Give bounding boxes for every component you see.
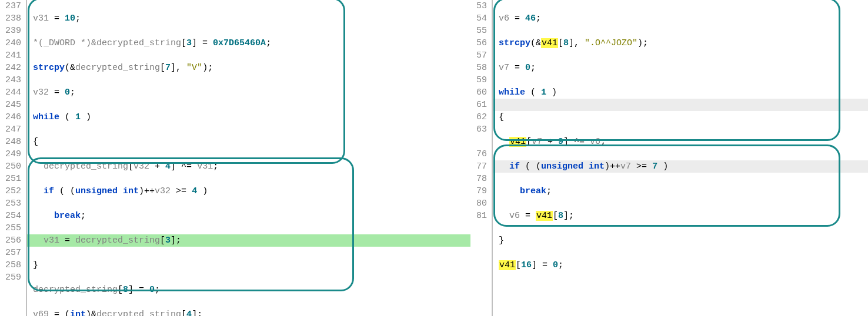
right-code[interactable]: v6 = 46; strcpy(&v41[8], ".O^^JOZO"); v7… <box>493 0 668 316</box>
line-number: 80 <box>470 197 487 210</box>
line-number: 259 <box>0 271 21 284</box>
line-number: 59 <box>470 74 487 86</box>
code-line: break; <box>499 185 668 197</box>
code-line: while ( 1 ) <box>33 111 330 123</box>
code-panels: 2372382392402412422432442452462472482492… <box>0 0 868 316</box>
line-number: 56 <box>470 37 487 49</box>
right-code-area[interactable]: 5354555657585960616263767778798081 v6 = … <box>470 0 868 316</box>
right-panel: 5354555657585960616263767778798081 v6 = … <box>470 0 868 316</box>
line-number: 254 <box>0 210 21 222</box>
line-number: 255 <box>0 222 21 234</box>
line-number: 53 <box>470 0 487 12</box>
left-gutter: 2372382392402412422432442452462472482492… <box>0 0 26 316</box>
left-code-area[interactable]: 2372382392402412422432442452462472482492… <box>0 0 470 316</box>
line-number <box>470 136 487 148</box>
line-number: 60 <box>470 86 487 99</box>
line-number: 248 <box>0 136 21 148</box>
code-gap <box>499 296 668 308</box>
code-line: v41[v7 + 9] ^= v6; <box>499 136 668 148</box>
code-line: } <box>33 259 330 271</box>
line-number: 63 <box>470 123 487 136</box>
line-number: 251 <box>0 173 21 185</box>
line-number: 62 <box>470 111 487 123</box>
code-line: while ( 1 ) <box>499 86 668 99</box>
code-line: { <box>499 111 668 123</box>
line-number: 58 <box>470 62 487 74</box>
line-number: 257 <box>0 247 21 259</box>
line-number: 239 <box>0 25 21 37</box>
line-number: 240 <box>0 37 21 49</box>
line-number: 57 <box>470 49 487 62</box>
line-number: 256 <box>0 234 21 247</box>
code-line: v7 = 0; <box>499 62 668 74</box>
line-number: 78 <box>470 173 487 185</box>
line-number: 55 <box>470 25 487 37</box>
line-number: 243 <box>0 74 21 86</box>
line-number: 237 <box>0 0 21 12</box>
line-number: 79 <box>470 185 487 197</box>
code-line: } <box>499 234 668 247</box>
line-number: 246 <box>0 111 21 123</box>
line-number: 242 <box>0 62 21 74</box>
line-number: 258 <box>0 259 21 271</box>
line-number: 77 <box>470 160 487 173</box>
left-code[interactable]: v31 = 10; *(_DWORD *)&decrypted_string[3… <box>27 0 330 316</box>
left-panel: 2372382392402412422432442452462472482492… <box>0 0 470 316</box>
code-line: v6 = v41[8]; <box>499 210 668 222</box>
line-number: 238 <box>0 12 21 25</box>
code-line: decrypted_string[v32 + 4] ^= v31; <box>33 160 330 173</box>
line-number: 244 <box>0 86 21 99</box>
line-number: 241 <box>0 49 21 62</box>
code-line: if ( (unsigned int)++v7 >= 7 ) <box>499 160 668 173</box>
code-line: if ( (unsigned int)++v32 >= 4 ) <box>33 185 330 197</box>
code-line: v69 = (int)&decrypted_string[4]; <box>33 308 330 316</box>
line-number: 76 <box>470 148 487 160</box>
code-line: { <box>33 136 330 148</box>
code-line: strcpy(&v41[8], ".O^^JOZO"); <box>499 37 668 49</box>
code-line: strcpy(&decrypted_string[7], "V"); <box>33 62 330 74</box>
code-line: v41[16] = 0; <box>499 259 668 271</box>
code-line: v32 = 0; <box>33 86 330 99</box>
line-number: 54 <box>470 12 487 25</box>
right-gutter: 5354555657585960616263767778798081 <box>470 0 492 316</box>
line-number: 61 <box>470 99 487 111</box>
line-number: 249 <box>0 148 21 160</box>
code-line: *(_DWORD *)&decrypted_string[3] = 0x7D65… <box>33 37 330 49</box>
line-number: 250 <box>0 160 21 173</box>
line-number: 247 <box>0 123 21 136</box>
line-number: 252 <box>0 185 21 197</box>
line-number: 81 <box>470 210 487 222</box>
line-number: 253 <box>0 197 21 210</box>
line-number: 245 <box>0 99 21 111</box>
code-line: break; <box>33 210 330 222</box>
code-line: decrypted_string[8] = 0; <box>33 284 330 296</box>
code-line: v31 = 10; <box>33 12 330 25</box>
code-line: v31 = decrypted_string[3]; <box>33 234 330 247</box>
code-line: v6 = 46; <box>499 12 668 25</box>
